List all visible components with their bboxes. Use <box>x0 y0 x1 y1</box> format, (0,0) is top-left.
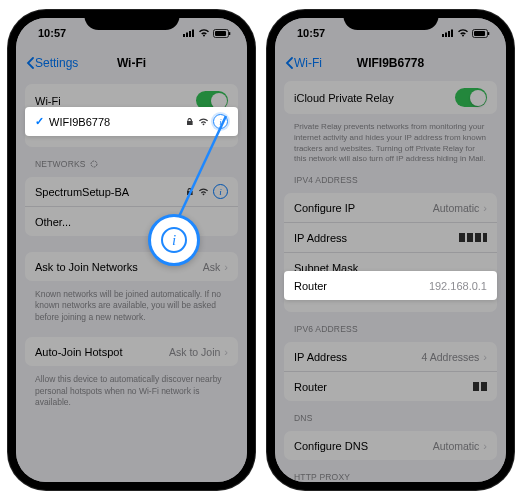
dns-group: Configure DNS Automatic › <box>284 431 497 460</box>
networks-group: SpectrumSetup-BA 🔒︎ i Other... <box>25 177 238 236</box>
ask-join-group: Ask to Join Networks Ask › <box>25 252 238 281</box>
ip-address-label: IP Address <box>294 232 459 244</box>
svg-rect-13 <box>474 31 485 36</box>
status-icons <box>442 29 490 38</box>
phone-left: 10:57 Settings Wi-Fi Wi-Fi NETWORKS <box>8 10 255 490</box>
status-icons <box>183 29 231 38</box>
network-row[interactable]: Other... <box>25 206 238 236</box>
auto-hotspot-label: Auto-Join Hotspot <box>35 346 169 358</box>
ask-join-value: Ask <box>203 261 221 273</box>
svg-rect-2 <box>189 31 191 37</box>
svg-rect-10 <box>448 31 450 37</box>
ipv6-ip-value: 4 Addresses <box>422 351 480 363</box>
svg-rect-8 <box>442 34 444 37</box>
auto-hotspot-group: Auto-Join Hotspot Ask to Join › <box>25 337 238 366</box>
svg-point-7 <box>91 161 97 167</box>
connected-network-highlight[interactable]: ✓ WIFI9B6778 🔒︎ i <box>25 107 238 136</box>
svg-rect-5 <box>215 31 226 36</box>
ipv6-group: IP Address 4 Addresses › Router <box>284 342 497 401</box>
svg-rect-9 <box>445 33 447 38</box>
phone-right: 10:57 Wi-Fi WIFI9B6778 iCloud Private Re… <box>267 10 514 490</box>
dns-label: Configure DNS <box>294 440 433 452</box>
ip-address-row: IP Address <box>284 222 497 252</box>
relay-toggle[interactable] <box>455 88 487 107</box>
lock-icon: 🔒︎ <box>185 117 194 127</box>
status-time: 10:57 <box>38 27 66 39</box>
ipv6-ip-label: IP Address <box>294 351 422 363</box>
nav-title: WIFI9B6778 <box>275 56 506 70</box>
auto-hotspot-value: Ask to Join <box>169 346 220 358</box>
router-label: Router <box>294 280 429 292</box>
signal-icon <box>442 29 454 37</box>
connected-name: WIFI9B6778 <box>49 116 185 128</box>
nav-bar: Settings Wi-Fi <box>16 48 247 78</box>
check-icon: ✓ <box>35 115 44 128</box>
notch <box>343 10 438 30</box>
dns-row[interactable]: Configure DNS Automatic › <box>284 431 497 460</box>
chevron-right-icon: › <box>224 261 228 273</box>
svg-rect-11 <box>451 30 453 38</box>
network-name: SpectrumSetup-BA <box>35 186 185 198</box>
auto-hotspot-footer: Allow this device to automatically disco… <box>16 372 247 412</box>
network-row[interactable]: SpectrumSetup-BA 🔒︎ i <box>25 177 238 206</box>
ipv6-ip-row[interactable]: IP Address 4 Addresses › <box>284 342 497 371</box>
status-time: 10:57 <box>297 27 325 39</box>
wifi-icon <box>198 29 210 37</box>
ipv6-router-masked <box>473 382 487 391</box>
router-row-highlight: Router 192.168.0.1 <box>284 271 497 300</box>
info-icon[interactable]: i <box>213 114 228 129</box>
info-callout: i <box>148 214 200 266</box>
relay-row[interactable]: iCloud Private Relay <box>284 81 497 114</box>
screen-right: 10:57 Wi-Fi WIFI9B6778 iCloud Private Re… <box>275 18 506 482</box>
ipv6-router-label: Router <box>294 381 473 393</box>
notch <box>84 10 179 30</box>
screen-left: 10:57 Settings Wi-Fi Wi-Fi NETWORKS <box>16 18 247 482</box>
lock-icon: 🔒︎ <box>185 187 194 197</box>
wifi-icon <box>457 29 469 37</box>
configure-ip-label: Configure IP <box>294 202 433 214</box>
chevron-right-icon: › <box>483 202 487 214</box>
wifi-label: Wi-Fi <box>35 95 196 107</box>
svg-rect-6 <box>229 32 230 35</box>
battery-icon <box>213 29 231 38</box>
dns-value: Automatic <box>433 440 480 452</box>
svg-rect-1 <box>186 33 188 38</box>
networks-header: NETWORKS <box>16 153 247 171</box>
configure-ip-value: Automatic <box>433 202 480 214</box>
auto-hotspot-row[interactable]: Auto-Join Hotspot Ask to Join › <box>25 337 238 366</box>
spinner-icon <box>90 160 98 168</box>
ip-address-masked <box>459 233 487 242</box>
ipv6-header: IPV6 ADDRESS <box>275 318 506 336</box>
relay-group: iCloud Private Relay <box>284 81 497 114</box>
configure-ip-row[interactable]: Configure IP Automatic › <box>284 193 497 222</box>
chevron-right-icon: › <box>483 351 487 363</box>
chevron-right-icon: › <box>224 346 228 358</box>
ask-join-row[interactable]: Ask to Join Networks Ask › <box>25 252 238 281</box>
dns-header: DNS <box>275 407 506 425</box>
battery-icon <box>472 29 490 38</box>
proxy-header: HTTP PROXY <box>275 466 506 482</box>
info-icon[interactable]: i <box>213 184 228 199</box>
relay-footer: Private Relay prevents networks from mon… <box>275 120 506 169</box>
svg-rect-14 <box>488 32 489 35</box>
ipv4-header: IPV4 ADDRESS <box>275 169 506 187</box>
nav-title: Wi-Fi <box>16 56 247 70</box>
relay-label: iCloud Private Relay <box>294 92 455 104</box>
signal-icon <box>183 29 195 37</box>
info-icon-large: i <box>161 227 187 253</box>
ask-join-footer: Known networks will be joined automatica… <box>16 287 247 327</box>
svg-rect-0 <box>183 34 185 37</box>
wifi-icon <box>198 188 209 196</box>
wifi-icon <box>198 118 209 126</box>
ipv6-router-row: Router <box>284 371 497 401</box>
svg-rect-3 <box>192 30 194 38</box>
nav-bar: Wi-Fi WIFI9B6778 <box>275 48 506 78</box>
router-value: 192.168.0.1 <box>429 280 487 292</box>
chevron-right-icon: › <box>483 440 487 452</box>
network-name: Other... <box>35 216 228 228</box>
